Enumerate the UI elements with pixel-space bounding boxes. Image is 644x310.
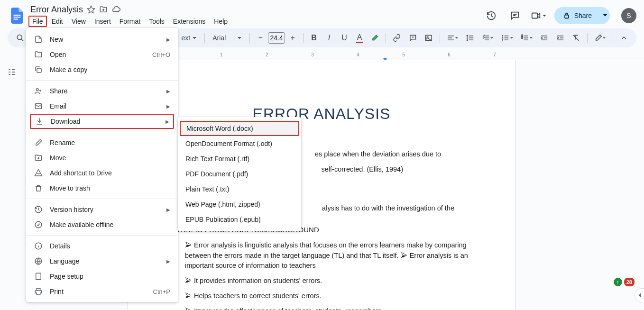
collapse-toolbar-icon[interactable]: [617, 31, 631, 45]
linespacing-button[interactable]: [463, 31, 477, 45]
menu-makecopy[interactable]: Make a copy: [26, 62, 178, 77]
menu-file[interactable]: File: [28, 16, 47, 27]
file-menu-dropdown: New▶ OpenCtrl+O Make a copy Share▶ Email…: [26, 28, 178, 302]
header: Error Analysis File Edit View Insert For…: [0, 0, 644, 28]
new-doc-icon: [34, 35, 43, 44]
indent-increase-button[interactable]: [553, 31, 567, 45]
download-odt[interactable]: OpenDocument Format (.odt): [178, 136, 301, 151]
download-pdf[interactable]: PDF Document (.pdf): [178, 166, 301, 182]
svg-point-10: [502, 40, 503, 40]
menu-download[interactable]: Download▶: [30, 114, 174, 129]
underline-button[interactable]: U: [338, 31, 351, 45]
chevron-right-icon: ▶: [166, 89, 170, 94]
menu-tools[interactable]: Tools: [145, 16, 168, 27]
avatar[interactable]: S: [621, 8, 636, 23]
menu-email[interactable]: Email▶: [26, 99, 178, 114]
menu-open[interactable]: OpenCtrl+O: [26, 47, 178, 62]
menu-insert[interactable]: Insert: [91, 16, 115, 27]
notification-count: 28: [624, 278, 635, 286]
move-folder-icon[interactable]: [99, 5, 108, 14]
download-docx[interactable]: Microsoft Word (.docx): [180, 121, 299, 136]
comment-button[interactable]: [406, 31, 420, 45]
meet-button[interactable]: [531, 10, 547, 21]
chevron-right-icon: ▶: [166, 37, 170, 42]
menu-pagesetup[interactable]: Page setup: [26, 269, 178, 284]
svg-rect-1: [14, 17, 21, 18]
globe-icon: [34, 257, 43, 265]
rename-icon: [34, 138, 43, 147]
italic-button[interactable]: I: [322, 31, 336, 45]
checklist-button[interactable]: [479, 31, 497, 45]
email-icon: [34, 102, 43, 110]
menu-edit[interactable]: Edit: [48, 16, 67, 27]
menu-offline[interactable]: Make available offline: [26, 217, 178, 232]
link-button[interactable]: [390, 31, 404, 45]
text-color-button[interactable]: A: [353, 31, 366, 45]
history-icon[interactable]: [483, 8, 499, 24]
font-select[interactable]: Arial: [209, 32, 246, 44]
share-button[interactable]: Share: [554, 7, 600, 24]
image-button[interactable]: [422, 31, 435, 45]
cloud-status-icon[interactable]: [111, 5, 121, 14]
fontsize-decrease[interactable]: −: [254, 31, 267, 45]
indent-decrease-button[interactable]: [537, 31, 551, 45]
star-icon[interactable]: [87, 5, 95, 14]
align-button[interactable]: [444, 31, 461, 45]
menu-extensions[interactable]: Extensions: [169, 16, 209, 27]
menu-format[interactable]: Format: [116, 16, 144, 27]
menu-trash[interactable]: Move to trash: [26, 181, 178, 196]
numberlist-button[interactable]: 12: [518, 31, 535, 45]
fontsize-input[interactable]: [268, 32, 285, 44]
menu-help[interactable]: Help: [210, 16, 231, 27]
svg-point-8: [502, 36, 503, 36]
move-icon: [34, 154, 43, 162]
download-html[interactable]: Web Page (.html, zipped): [178, 197, 301, 212]
menu-share[interactable]: Share▶: [26, 83, 178, 99]
offline-icon: [34, 220, 43, 229]
download-epub[interactable]: EPUB Publication (.epub): [178, 212, 301, 227]
pagesetup-icon: [34, 272, 43, 281]
upload-badge-icon: ↑: [614, 278, 622, 286]
outline-toggle-icon[interactable]: [3, 64, 20, 82]
menu-language[interactable]: Language▶: [26, 254, 178, 269]
svg-rect-0: [14, 15, 21, 16]
chevron-right-icon: ▶: [166, 119, 169, 124]
bold-button[interactable]: B: [307, 31, 321, 45]
explore-badge[interactable]: ↑ 28: [614, 278, 635, 286]
search-icon[interactable]: [13, 31, 27, 45]
bulletlist-button[interactable]: [498, 31, 516, 45]
download-rtf[interactable]: Rich Text Format (.rtf): [178, 151, 301, 166]
svg-point-16: [35, 221, 42, 228]
menu-print[interactable]: PrintCtrl+P: [26, 284, 178, 299]
clear-format-button[interactable]: [569, 31, 583, 45]
fontsize-increase[interactable]: +: [286, 31, 299, 45]
chevron-right-icon: ▶: [166, 259, 170, 264]
docs-logo[interactable]: [8, 6, 27, 25]
menu-view[interactable]: View: [68, 16, 90, 27]
highlight-button[interactable]: [368, 31, 382, 45]
chevron-right-icon: ▶: [166, 207, 170, 212]
share-icon: [34, 87, 43, 95]
menu-rename[interactable]: Rename: [26, 135, 178, 150]
svg-rect-2: [14, 18, 18, 19]
svg-text:2: 2: [522, 36, 523, 39]
document-title[interactable]: Error Analysis: [30, 5, 83, 15]
menu-move[interactable]: Move: [26, 150, 178, 165]
menu-history[interactable]: Version history▶: [26, 202, 178, 217]
editing-mode-button[interactable]: [591, 31, 609, 45]
share-label: Share: [574, 12, 592, 19]
menu-new[interactable]: New▶: [26, 32, 178, 47]
title-area: Error Analysis File Edit View Insert For…: [28, 5, 483, 27]
style-select[interactable]: ext: [178, 32, 201, 44]
header-actions: Share S: [483, 7, 636, 24]
share-dropdown-icon[interactable]: [600, 9, 610, 22]
download-txt[interactable]: Plain Text (.txt): [178, 182, 301, 197]
drive-shortcut-icon: [34, 169, 43, 177]
comments-icon[interactable]: [507, 8, 523, 24]
trash-icon: [34, 184, 43, 192]
menu-details[interactable]: Details: [26, 238, 178, 254]
menubar: File Edit View Insert Format Tools Exten…: [28, 15, 483, 27]
svg-rect-4: [565, 15, 569, 18]
svg-rect-3: [532, 13, 537, 18]
menu-shortcut[interactable]: Add shortcut to Drive: [26, 165, 178, 181]
